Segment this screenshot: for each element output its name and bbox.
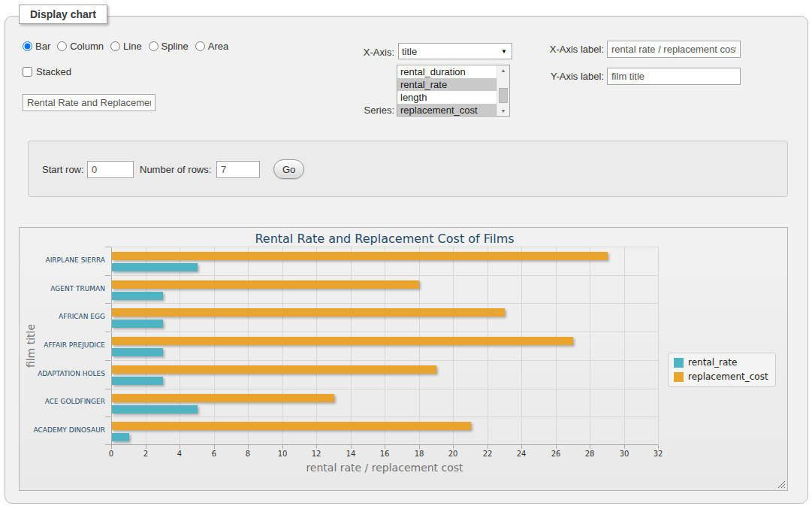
scrollbar-thumb[interactable] xyxy=(499,88,508,103)
chart-type-label: Bar xyxy=(35,41,50,52)
bar-rental_rate[interactable] xyxy=(112,348,163,356)
x-tick-label: 32 xyxy=(643,450,673,458)
chart-type-radio-group: BarColumnLineSplineArea xyxy=(23,41,228,52)
bar-rental_rate[interactable] xyxy=(112,377,163,385)
gridline-v xyxy=(351,247,352,445)
gridline-v xyxy=(146,247,146,445)
chart-type-radio-line[interactable] xyxy=(110,41,120,51)
series-listbox[interactable]: rental_durationrental_ratelengthreplacem… xyxy=(397,65,510,117)
x-tick-mark xyxy=(111,445,112,449)
x-tick-mark xyxy=(385,445,385,449)
x-axis-label-field-label: X-Axis label: xyxy=(526,44,604,55)
scroll-down-icon[interactable]: ▼ xyxy=(497,106,509,116)
bar-replacement_cost[interactable] xyxy=(112,365,436,374)
x-tick-mark xyxy=(316,445,317,449)
chart-type-radio-spline[interactable] xyxy=(149,41,158,51)
x-tick-label: 28 xyxy=(575,450,605,458)
legend-label: replacement_cost xyxy=(688,371,768,382)
series-option-rental_rate[interactable]: rental_rate xyxy=(397,78,497,91)
go-button[interactable]: Go xyxy=(273,159,304,179)
chart-type-option-line[interactable]: Line xyxy=(110,41,142,52)
series-select-label: Series: xyxy=(331,105,394,116)
stacked-label: Stacked xyxy=(36,66,71,77)
x-tick-label: 20 xyxy=(438,450,468,458)
series-option-replacement_cost[interactable]: replacement_cost xyxy=(397,104,497,116)
bar-rental_rate[interactable] xyxy=(112,433,129,441)
y-tick-mark xyxy=(105,360,111,361)
plot-area xyxy=(111,247,658,445)
gridline-v xyxy=(316,247,317,445)
chart-type-radio-area[interactable] xyxy=(195,41,205,51)
gridline-v xyxy=(282,247,283,445)
x-tick-mark xyxy=(521,445,522,449)
bar-replacement_cost[interactable] xyxy=(112,394,334,402)
legend-swatch xyxy=(674,372,684,382)
gridline-v xyxy=(521,247,522,445)
start-row-input[interactable] xyxy=(87,161,134,178)
gridline-v xyxy=(488,247,488,445)
num-rows-input[interactable] xyxy=(216,161,260,178)
chart-type-label: Line xyxy=(123,41,142,52)
series-option-length[interactable]: length xyxy=(397,91,497,104)
gridline-h xyxy=(111,360,658,361)
y-tick-mark xyxy=(105,444,111,445)
stacked-checkbox-row[interactable]: Stacked xyxy=(23,66,71,77)
x-axis-select[interactable]: title xyxy=(398,43,512,59)
bar-replacement_cost[interactable] xyxy=(112,280,419,289)
y-axis-label-input[interactable] xyxy=(607,68,741,85)
x-tick-label: 22 xyxy=(472,450,503,458)
bar-replacement_cost[interactable] xyxy=(112,422,471,430)
gridline-h xyxy=(111,389,658,389)
scroll-up-icon[interactable]: ▲ xyxy=(497,65,509,75)
resize-grip-icon[interactable] xyxy=(777,480,785,488)
gridline-v xyxy=(214,247,215,445)
legend-item-rental_rate[interactable]: rental_rate xyxy=(674,357,768,368)
bar-rental_rate[interactable] xyxy=(112,292,163,300)
stacked-checkbox[interactable] xyxy=(23,67,32,77)
chart-title-input[interactable] xyxy=(23,94,155,111)
page: Display chart BarColumnLineSplineArea St… xyxy=(0,0,812,512)
bar-replacement_cost[interactable] xyxy=(112,252,608,260)
x-tick-label: 14 xyxy=(336,450,366,458)
chart-type-radio-column[interactable] xyxy=(57,41,67,51)
series-option-rental_duration[interactable]: rental_duration xyxy=(397,65,497,78)
gridline-v xyxy=(419,247,420,445)
y-tick-mark xyxy=(105,389,111,389)
row-range-panel: Start row: Number of rows: Go xyxy=(28,141,788,197)
x-axis-label-input[interactable] xyxy=(607,41,741,58)
gridline-h xyxy=(111,303,658,304)
gridline-v xyxy=(624,247,625,445)
gridline-h xyxy=(111,247,658,247)
category-label: AFFAIR PREJUDICE xyxy=(20,341,105,349)
y-tick-mark xyxy=(105,247,111,247)
bar-rental_rate[interactable] xyxy=(112,405,198,414)
x-tick-label: 0 xyxy=(96,450,126,458)
fieldset-legend: Display chart xyxy=(19,5,107,24)
legend-item-replacement_cost[interactable]: replacement_cost xyxy=(674,371,768,382)
x-tick-mark xyxy=(488,445,488,449)
gridline-v xyxy=(385,247,385,445)
series-options: rental_durationrental_ratelengthreplacem… xyxy=(397,65,497,116)
x-tick-mark xyxy=(419,445,420,449)
chart-container: Rental Rate and Replacement Cost of Film… xyxy=(19,227,788,491)
category-label: AFRICAN EGG xyxy=(20,313,105,320)
chart-type-option-spline[interactable]: Spline xyxy=(149,41,189,52)
legend-label: rental_rate xyxy=(688,357,737,368)
bar-rental_rate[interactable] xyxy=(112,263,198,271)
x-tick-label: 2 xyxy=(131,450,161,458)
x-tick-label: 10 xyxy=(267,450,297,458)
listbox-scrollbar[interactable]: ▲ ▼ xyxy=(497,65,509,116)
chart-type-radio-bar[interactable] xyxy=(23,41,32,51)
chart-type-option-area[interactable]: Area xyxy=(195,41,228,52)
bar-replacement_cost[interactable] xyxy=(112,337,573,345)
x-tick-mark xyxy=(180,445,180,449)
chart-type-option-bar[interactable]: Bar xyxy=(23,41,50,52)
bar-replacement_cost[interactable] xyxy=(112,308,505,317)
category-label: AGENT TRUMAN xyxy=(20,285,105,292)
chart-type-option-column[interactable]: Column xyxy=(57,41,104,52)
gridline-v xyxy=(453,247,454,445)
chart-type-label: Spline xyxy=(161,41,189,52)
chart-title: Rental Rate and Replacement Cost of Film… xyxy=(111,232,658,246)
x-tick-label: 4 xyxy=(165,450,195,458)
bar-rental_rate[interactable] xyxy=(112,320,163,328)
